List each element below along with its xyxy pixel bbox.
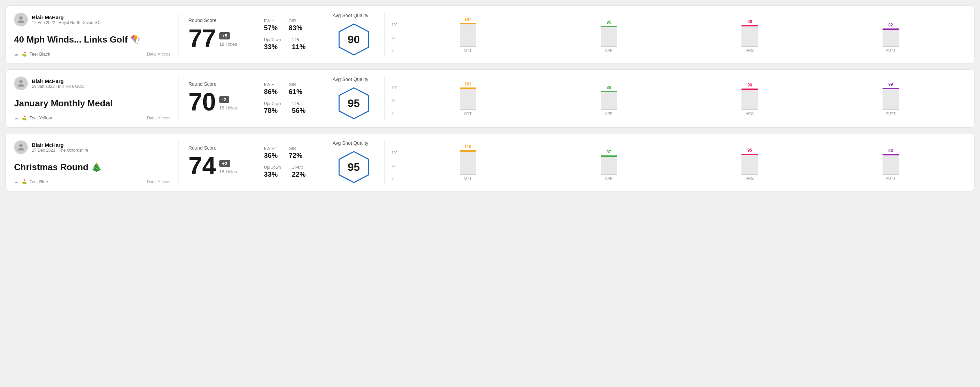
axis-label-app: APP	[605, 111, 613, 116]
bar-top-label-arg: 98	[747, 19, 752, 24]
bar-top-label-app: 95	[606, 20, 611, 25]
score-badge: -2	[220, 96, 229, 103]
stat-updown: Up/Down33%	[264, 37, 281, 51]
stat-label-updown: Up/Down	[264, 165, 281, 170]
stat-label-fw-hit: FW Hit	[264, 82, 278, 87]
bar-top-label-putt: 93	[888, 148, 893, 153]
bar-top-label-arg: 95	[747, 148, 752, 153]
axis-line-app	[601, 174, 617, 174]
quality-section: Avg Shot Quality 95	[323, 76, 385, 121]
stat-fw-hit: FW Hit36%	[264, 146, 278, 160]
score-badge-holes: +518 Holes	[220, 30, 237, 47]
score-badge: +2	[220, 160, 230, 167]
axis-label-app: APP	[605, 176, 613, 181]
quality-score: 95	[348, 161, 360, 174]
score-main: 70-218 Holes	[188, 90, 244, 114]
stats-row-1: FW Hit86%GIR61%	[264, 82, 313, 96]
user-info: Blair McHarg29 Jan 2022 · Mill Ride GCC	[32, 78, 84, 89]
axis-label-arg: ARG	[746, 48, 754, 52]
tee-info: ☁ ⛳ Tee: Blue	[14, 179, 48, 184]
bars-area: 110OTT87APP95ARG93PUTT	[399, 144, 959, 181]
weather-icon: ☁	[14, 115, 19, 121]
data-source: Data: Arccos	[147, 179, 170, 184]
stat-label-gir: GIR	[289, 146, 302, 151]
score-number: 70	[188, 90, 216, 114]
card-left-section: Blair McHarg27 Dec 2021 · The Oxfordshir…	[14, 140, 179, 184]
stat-oneputt: 1 Putt22%	[292, 165, 305, 178]
chart-wrapper: 100500107OTT95APP98ARG82PUTT	[391, 17, 959, 52]
bar-body-app	[601, 26, 617, 46]
bar-col-app: 87APP	[540, 149, 677, 181]
stat-fw-hit: FW Hit86%	[264, 82, 278, 96]
data-source: Data: Arccos	[147, 52, 170, 57]
bar-top-label-ott: 107	[465, 17, 471, 22]
stat-value-oneputt: 56%	[292, 107, 305, 114]
bar-line-putt	[883, 154, 899, 155]
chart-y-label: 50	[391, 36, 398, 40]
bar-body-app	[601, 91, 617, 109]
axis-label-ott: OTT	[464, 111, 472, 116]
tee-label: Tee: Yellow	[30, 115, 52, 121]
bar-body-arg	[741, 25, 758, 46]
chart-y-label: 100	[391, 151, 398, 155]
quality-label: Avg Shot Quality	[332, 140, 368, 146]
bar-col-arg: 96ARG	[681, 82, 818, 116]
stats-row-1: FW Hit57%GIR83%	[264, 19, 313, 32]
axis-label-ott: OTT	[464, 48, 472, 52]
bag-icon: ⛳	[21, 51, 27, 57]
stat-gir: GIR83%	[289, 19, 302, 32]
chart-y-axis: 100500	[391, 86, 398, 116]
user-date: 12 Feb 2022 · Royal North Devon GC	[32, 20, 100, 25]
bar-col-putt: 93PUTT	[822, 148, 959, 181]
stat-value-gir: 72%	[289, 152, 302, 160]
bar-body-ott	[460, 23, 476, 46]
weather-icon: ☁	[14, 179, 19, 184]
data-source: Data: Arccos	[147, 116, 170, 121]
score-section: Round Score77+518 Holes	[179, 13, 255, 57]
stat-value-fw-hit: 57%	[264, 24, 278, 32]
bar-body-arg	[741, 89, 758, 109]
stat-value-fw-hit: 86%	[264, 88, 278, 96]
user-row: Blair McHarg12 Feb 2022 · Royal North De…	[14, 13, 170, 26]
axis-line-arg	[741, 174, 758, 174]
axis-label-ott: OTT	[464, 176, 472, 181]
stats-section: FW Hit86%GIR61%Up/Down78%1 Putt56%	[255, 76, 323, 121]
bar-line-app	[601, 155, 617, 157]
quality-label: Avg Shot Quality	[332, 76, 368, 82]
tee-info: ☁ ⛳ Tee: Black	[14, 51, 50, 57]
chart-section: 100500101OTT86APP96ARG99PUTT	[385, 76, 966, 121]
tee-info: ☁ ⛳ Tee: Yellow	[14, 115, 52, 121]
score-number: 77	[188, 26, 216, 51]
chart-y-axis: 100500	[391, 23, 398, 52]
card-left-section: Blair McHarg12 Feb 2022 · Royal North De…	[14, 13, 179, 57]
axis-line-ott	[460, 174, 476, 174]
user-row: Blair McHarg29 Jan 2022 · Mill Ride GCC	[14, 76, 170, 90]
axis-line-arg	[741, 109, 758, 110]
quality-section: Avg Shot Quality 95	[323, 140, 385, 184]
stat-updown: Up/Down33%	[264, 165, 281, 178]
score-number: 74	[188, 153, 216, 178]
bar-top-label-app: 86	[606, 85, 611, 90]
axis-label-putt: PUTT	[886, 176, 896, 181]
chart-y-label: 0	[391, 112, 398, 116]
axis-line-arg	[741, 46, 758, 47]
stat-updown: Up/Down78%	[264, 101, 281, 114]
user-name: Blair McHarg	[32, 14, 100, 20]
score-label: Round Score	[188, 145, 244, 151]
stat-label-oneputt: 1 Putt	[292, 101, 305, 106]
score-section: Round Score74+218 Holes	[179, 140, 255, 184]
stats-row-2: Up/Down33%1 Putt11%	[264, 37, 313, 51]
hexagon-container: 95	[337, 86, 371, 121]
score-badge-holes: -218 Holes	[220, 93, 237, 111]
chart-wrapper: 100500101OTT86APP96ARG99PUTT	[391, 82, 959, 116]
stat-label-gir: GIR	[289, 82, 302, 87]
quality-score: 95	[348, 97, 360, 110]
axis-line-ott	[460, 109, 476, 110]
hexagon-container: 95	[337, 150, 371, 184]
chart-y-label: 100	[391, 86, 398, 90]
bar-body-arg	[741, 154, 758, 174]
axis-line-putt	[883, 109, 899, 110]
chart-y-label: 50	[391, 163, 398, 167]
user-name: Blair McHarg	[32, 78, 84, 84]
axis-label-arg: ARG	[746, 111, 754, 116]
